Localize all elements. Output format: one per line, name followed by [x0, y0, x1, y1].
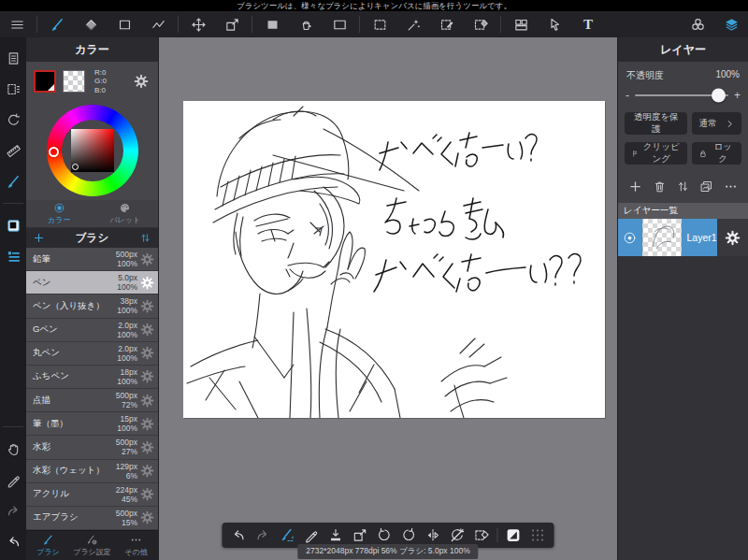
sort-brushes-icon[interactable]	[139, 232, 151, 244]
reset-rotation-button[interactable]	[446, 524, 469, 546]
brush-item[interactable]: Gペン2.0px100%	[26, 319, 158, 342]
tab-brush-settings[interactable]: ブラシ設定	[70, 531, 114, 560]
brush-tool-button[interactable]	[40, 12, 74, 36]
duplicate-layer-button[interactable]	[696, 177, 718, 195]
slider-minus[interactable]: -	[626, 89, 629, 102]
undo-button[interactable]	[4, 532, 22, 551]
hue-indicator[interactable]	[49, 147, 59, 157]
menu-button[interactable]	[0, 12, 34, 36]
blend-mode-button[interactable]: 通常	[692, 112, 741, 135]
brush-item[interactable]: ペン（入り抜き）38px100%	[26, 294, 158, 318]
undo-button[interactable]	[227, 524, 251, 546]
hand-tool-button[interactable]	[4, 439, 22, 458]
sort-layers-button[interactable]	[671, 177, 694, 195]
layer-visibility-toggle[interactable]	[618, 219, 642, 256]
opacity-slider[interactable]: - +	[618, 84, 748, 108]
color-settings-button[interactable]	[132, 72, 151, 91]
brush-item[interactable]: アクリル224px45%	[26, 483, 158, 507]
invert-view-button[interactable]	[502, 524, 525, 546]
gear-icon[interactable]	[140, 464, 154, 478]
text-tool-button[interactable]: T	[571, 12, 605, 36]
brush-item[interactable]: 鉛筆500px100%	[26, 248, 158, 271]
move-tool-button[interactable]	[181, 12, 215, 36]
gear-icon[interactable]	[140, 369, 154, 383]
add-brush-icon[interactable]	[33, 232, 45, 244]
brush-item[interactable]: 点描500px72%	[26, 389, 158, 412]
gear-icon[interactable]	[140, 252, 154, 266]
layer-row[interactable]: Layer1	[618, 219, 748, 256]
secondary-color-swatch[interactable]	[63, 70, 85, 93]
polyline-tool-button[interactable]	[141, 12, 175, 36]
sv-indicator[interactable]	[72, 164, 79, 170]
lock-button[interactable]: ロック	[692, 142, 741, 165]
layer-thumbnail[interactable]	[642, 219, 682, 256]
operation-tool-button[interactable]	[538, 12, 571, 36]
gear-icon[interactable]	[140, 510, 154, 524]
brush-item[interactable]: 水彩500px27%	[26, 436, 158, 459]
brush-select-toggle-button[interactable]	[276, 524, 299, 546]
slider-thumb[interactable]	[712, 89, 726, 103]
pen-button[interactable]	[300, 524, 324, 546]
canvas-workspace[interactable]: かべくなーい? ちょっときみ	[159, 37, 617, 560]
brush-item-selected[interactable]: ペン5.0px100%	[26, 271, 158, 294]
gear-icon[interactable]	[140, 440, 154, 454]
bucket-tool-button[interactable]	[289, 12, 323, 36]
divide-tool-button[interactable]	[504, 12, 538, 36]
flip-horizontal-button[interactable]	[422, 524, 445, 546]
magic-wand-tool-button[interactable]	[396, 12, 430, 36]
gear-icon[interactable]	[140, 417, 154, 431]
brush-cursor-button[interactable]	[4, 172, 22, 191]
tab-color[interactable]: カラー	[26, 200, 93, 227]
redo-button[interactable]	[4, 501, 22, 520]
brush-list-panel-button[interactable]	[4, 247, 22, 266]
material-button[interactable]	[681, 12, 714, 36]
select-pen-tool-button[interactable]	[430, 12, 464, 36]
brush-item[interactable]: エアブラシ500px15%	[26, 507, 158, 530]
transform-tool-button[interactable]	[215, 12, 249, 36]
color-panel-button[interactable]	[4, 216, 22, 235]
clear-button[interactable]	[470, 524, 494, 546]
gear-icon[interactable]	[140, 323, 154, 337]
clipping-button[interactable]: クリッピング	[625, 142, 687, 165]
slider-track[interactable]	[635, 94, 728, 97]
color-wheel[interactable]	[26, 101, 158, 200]
tab-palette[interactable]: パレット	[93, 200, 159, 227]
delete-layer-button[interactable]	[648, 177, 670, 195]
pages-button[interactable]	[4, 49, 22, 67]
ruler-button[interactable]	[4, 141, 22, 160]
tab-brush[interactable]: ブラシ	[26, 531, 70, 560]
select-eraser-tool-button[interactable]	[464, 12, 497, 36]
canvas[interactable]: かべくなーい? ちょっときみ	[183, 101, 605, 418]
select-list-button[interactable]	[4, 79, 22, 98]
export-button[interactable]	[349, 524, 372, 546]
save-button[interactable]	[324, 524, 348, 546]
brush-item[interactable]: ふちペン18px100%	[26, 366, 158, 389]
protect-alpha-button[interactable]: 透明度を保護	[625, 112, 687, 135]
slider-plus[interactable]: +	[734, 89, 741, 102]
gear-icon[interactable]	[140, 394, 154, 408]
gradient-tool-button[interactable]	[323, 12, 356, 36]
gear-icon[interactable]	[140, 299, 154, 313]
redo-button[interactable]	[252, 524, 275, 546]
rotate-ccw-button[interactable]	[373, 524, 396, 546]
brush-item[interactable]: 丸ペン2.0px100%	[26, 342, 158, 366]
reset-rotation-button[interactable]	[4, 110, 22, 129]
fill-rect-tool-button[interactable]	[255, 12, 289, 36]
add-layer-button[interactable]	[625, 177, 647, 195]
shape-brush-tool-button[interactable]	[108, 12, 141, 36]
eraser-tool-button[interactable]	[74, 12, 108, 36]
primary-color-swatch[interactable]	[34, 70, 56, 93]
pen-mode-button[interactable]	[4, 470, 22, 489]
select-tool-button[interactable]	[363, 12, 396, 36]
layer-more-button[interactable]	[719, 177, 741, 195]
tab-other[interactable]: その他	[114, 531, 158, 560]
gear-icon[interactable]	[140, 487, 154, 501]
rotate-cw-button[interactable]	[397, 524, 421, 546]
layers-toggle-button[interactable]	[714, 12, 748, 36]
gear-icon[interactable]	[140, 276, 154, 290]
brush-item[interactable]: 水彩（ウェット）129px6%	[26, 460, 158, 483]
layer-settings-button[interactable]	[717, 219, 748, 256]
toolbar-drag-handle[interactable]	[526, 524, 550, 546]
gear-icon[interactable]	[140, 346, 154, 360]
brush-item[interactable]: 筆（墨）15px100%	[26, 412, 158, 436]
